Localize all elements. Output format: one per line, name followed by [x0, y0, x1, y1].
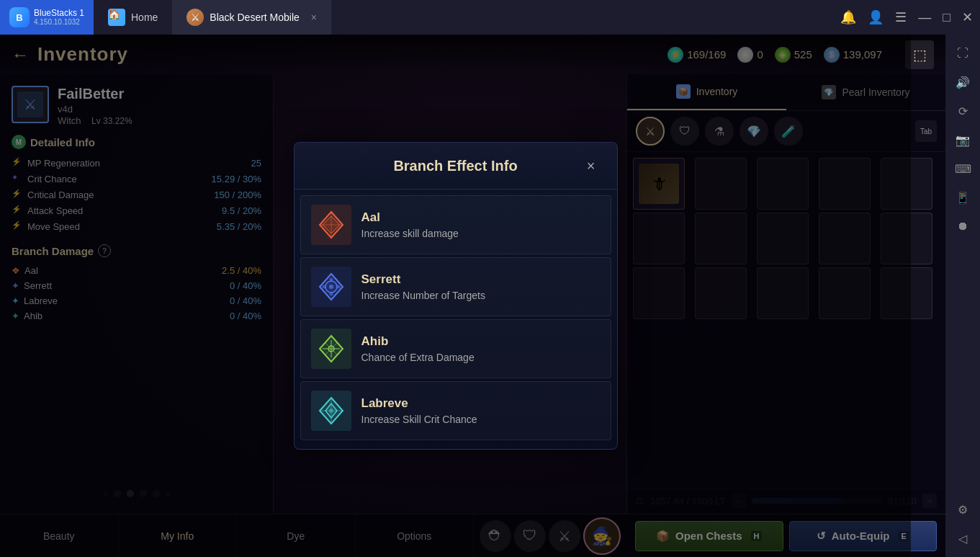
- labreve-name: Labreve: [361, 396, 601, 411]
- bs-record-btn[interactable]: ⏺: [950, 213, 976, 239]
- bluestacks-bar: B BlueStacks 1 4.150.10.1032 🏠 Home ⚔ Bl…: [0, 0, 980, 35]
- bs-back-btn[interactable]: ◁: [950, 525, 976, 551]
- labreve-effect-text: Labreve Increase Skill Crit Chance: [361, 396, 601, 425]
- serrett-desc: Increase Number of Targets: [361, 290, 601, 301]
- svg-point-16: [328, 346, 334, 352]
- minimize-icon[interactable]: —: [918, 10, 931, 25]
- svg-point-10: [322, 285, 325, 289]
- svg-point-7: [329, 278, 333, 282]
- svg-point-8: [336, 285, 340, 289]
- aal-effect-icon: [311, 205, 351, 245]
- game-area: ← Inventory ⚡ 169/169 ○ 0 ◈ 525 $ 139,09…: [0, 35, 945, 557]
- effect-item-ahib[interactable]: Ahib Chance of Extra Damage: [300, 319, 611, 378]
- ahib-name: Ahib: [361, 334, 601, 349]
- account-icon[interactable]: 👤: [868, 9, 884, 25]
- menu-icon[interactable]: ☰: [895, 9, 907, 25]
- effect-item-serrett[interactable]: Serrett Increase Number of Targets: [300, 257, 611, 316]
- bluestacks-logo[interactable]: B BlueStacks 1 4.150.10.1032: [0, 0, 94, 35]
- serrett-name: Serrett: [361, 272, 601, 287]
- aal-desc: Increase skill damage: [361, 228, 601, 239]
- serrett-effect-icon: [311, 267, 351, 307]
- ahib-effect-text: Ahib Chance of Extra Damage: [361, 334, 601, 363]
- bs-rotate-btn[interactable]: ⟳: [950, 98, 976, 124]
- notification-icon[interactable]: 🔔: [840, 9, 856, 25]
- branch-effect-modal: Branch Effect Info × Aal: [294, 142, 618, 450]
- effect-item-labreve[interactable]: Labreve Increase Skill Crit Chance: [300, 381, 611, 440]
- modal-header: Branch Effect Info ×: [295, 143, 617, 190]
- game-tab-icon: ⚔: [186, 9, 204, 26]
- bs-fullscreen-btn[interactable]: ⛶: [950, 40, 976, 66]
- bs-volume-btn[interactable]: 🔊: [950, 69, 976, 95]
- ahib-desc: Chance of Extra Damage: [361, 352, 601, 363]
- bluestacks-right-controls: 🔔 👤 ☰ — □ ✕: [840, 9, 980, 25]
- tab-indicator[interactable]: Tab: [915, 120, 937, 142]
- aal-name: Aal: [361, 210, 601, 225]
- labreve-desc: Increase Skill Crit Chance: [361, 414, 601, 425]
- svg-point-9: [329, 293, 333, 296]
- aal-effect-text: Aal Increase skill damage: [361, 210, 601, 239]
- tab-game[interactable]: ⚔ Black Desert Mobile ×: [172, 0, 331, 35]
- maximize-icon[interactable]: □: [943, 10, 950, 25]
- modal-title: Branch Effect Info: [332, 158, 580, 174]
- bs-phone-btn[interactable]: 📱: [950, 184, 976, 210]
- svg-point-6: [329, 285, 333, 289]
- bs-keyboard-btn[interactable]: ⌨: [950, 156, 976, 182]
- tab-home[interactable]: 🏠 Home: [94, 0, 172, 35]
- ahib-effect-icon: [311, 329, 351, 369]
- home-tab-icon: 🏠: [108, 9, 125, 26]
- effect-item-aal[interactable]: Aal Increase skill damage: [300, 195, 611, 254]
- modal-body: Aal Increase skill damage: [295, 190, 617, 449]
- close-window-icon[interactable]: ✕: [962, 9, 973, 25]
- bs-settings-btn[interactable]: ⚙: [950, 496, 976, 522]
- serrett-effect-text: Serrett Increase Number of Targets: [361, 272, 601, 301]
- modal-overlay[interactable]: Branch Effect Info × Aal: [0, 35, 911, 557]
- bs-screenshot-btn[interactable]: 📷: [950, 127, 976, 153]
- modal-close-button[interactable]: ×: [580, 154, 603, 177]
- bluestacks-right-bar: ⛶ 🔊 ⟳ 📷 ⌨ 📱 ⏺ ⚙ ◁: [945, 35, 980, 557]
- labreve-effect-icon: [311, 391, 351, 431]
- svg-point-21: [329, 409, 333, 413]
- bluestacks-icon: B: [9, 7, 30, 27]
- bluestacks-title: BlueStacks 1 4.150.10.1032: [34, 8, 84, 27]
